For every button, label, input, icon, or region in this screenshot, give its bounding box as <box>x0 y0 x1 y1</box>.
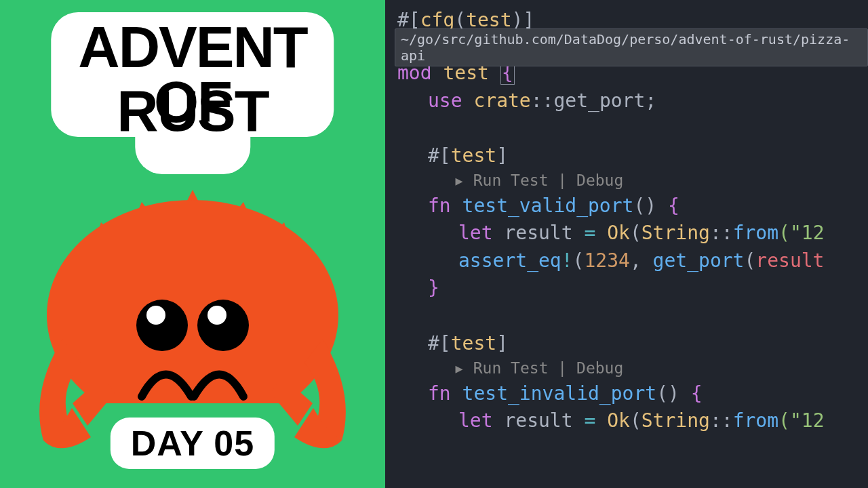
code-line-use: use crate::get_port; <box>397 87 868 115</box>
code-line-attr-test-2: #[test] <box>397 330 868 358</box>
blank-line <box>397 115 868 142</box>
code-line-let-1: let result = Ok(String::from("12 <box>397 220 868 247</box>
codelens-run-test-1[interactable]: ▶ Run Test | Debug <box>425 169 868 192</box>
code-line-fn1: fn test_valid_port() { <box>397 192 868 220</box>
code-line-brace-close-1: } <box>397 274 868 302</box>
thumbnail-left-panel: ADVENT OF RUST <box>0 0 385 488</box>
svg-point-11 <box>136 300 188 351</box>
code-line-fn2: fn test_invalid_port() { <box>397 380 868 408</box>
code-line-let-2: let result = Ok(String::from("12 <box>397 407 868 435</box>
day-label: DAY 05 <box>131 423 254 464</box>
blank-line-2 <box>397 302 868 330</box>
day-bubble: DAY 05 <box>111 418 275 469</box>
code-editor-panel: ~/go/src/github.com/DataDog/perso/advent… <box>385 0 868 488</box>
title-line2: RUST <box>117 78 268 144</box>
code-line-assert: assert_eq!(1234, get_port(result <box>397 247 868 275</box>
path-tooltip: ~/go/src/github.com/DataDog/perso/advent… <box>395 28 868 66</box>
svg-point-13 <box>146 306 165 325</box>
svg-point-12 <box>197 300 249 351</box>
code-line-attr-test-1: #[test] <box>397 142 868 170</box>
svg-point-14 <box>208 306 226 325</box>
codelens-run-test-2[interactable]: ▶ Run Test | Debug <box>425 357 868 380</box>
